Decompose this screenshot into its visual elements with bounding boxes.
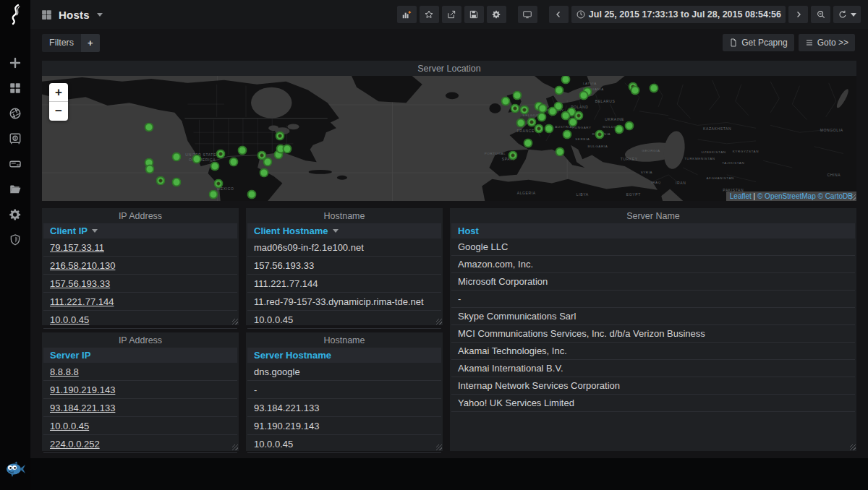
dashboard-picker[interactable]: Hosts <box>41 9 103 21</box>
table-cell-link[interactable]: 8.8.8.8 <box>50 366 79 377</box>
server-location-marker[interactable] <box>156 176 166 185</box>
server-location-map[interactable]: UNITED STATESOF AMERICAMEXICOBELARUSPOLA… <box>42 76 856 201</box>
time-range-picker[interactable]: Jul 25, 2015 17:33:13 to Jul 28, 2015 08… <box>571 6 786 23</box>
panel-resize-handle[interactable] <box>850 444 856 450</box>
server-location-marker[interactable] <box>229 158 238 167</box>
server-location-marker[interactable] <box>630 85 639 95</box>
app-logo[interactable] <box>0 0 30 29</box>
table-cell-link[interactable]: 216.58.210.130 <box>50 260 115 271</box>
server-location-marker[interactable] <box>556 147 565 156</box>
osm-link[interactable]: © OpenStreetMap <box>757 192 816 200</box>
column-label: Server IP <box>50 350 90 361</box>
folder-icon[interactable] <box>9 183 22 196</box>
server-location-marker[interactable] <box>534 124 543 134</box>
table-cell-link[interactable]: 111.221.77.144 <box>50 296 114 307</box>
server-location-marker[interactable] <box>216 149 225 158</box>
table-column-header[interactable]: Server IP <box>43 348 237 363</box>
table-column-header[interactable]: Client IP <box>43 223 237 238</box>
save-button[interactable] <box>464 6 484 23</box>
table-cell-link[interactable]: 224.0.0.252 <box>50 439 100 450</box>
table-cell-link[interactable]: 79.157.33.11 <box>50 242 104 253</box>
server-location-marker[interactable] <box>208 190 218 199</box>
sort-caret-icon <box>92 229 98 233</box>
server-location-marker[interactable] <box>283 144 292 153</box>
refresh-dropdown-caret-icon[interactable] <box>851 13 856 17</box>
server-location-marker[interactable] <box>145 165 155 174</box>
goto-button[interactable]: Goto >> <box>799 34 855 51</box>
server-location-marker[interactable] <box>579 91 589 100</box>
table-column-header[interactable]: Client Hostname <box>247 223 441 238</box>
cycle-view-button[interactable] <box>518 6 537 23</box>
server-location-marker[interactable] <box>263 158 273 167</box>
panel-resize-handle[interactable] <box>232 319 238 324</box>
vault-icon[interactable] <box>9 132 22 145</box>
server-location-marker[interactable] <box>544 124 553 134</box>
panel-title[interactable]: Hostname <box>246 208 443 223</box>
star-button[interactable] <box>420 6 439 23</box>
drives-icon[interactable] <box>9 158 22 171</box>
refresh-button[interactable] <box>833 6 861 23</box>
server-location-marker[interactable] <box>555 85 564 95</box>
table-cell-link[interactable]: 91.190.219.143 <box>50 384 115 395</box>
server-location-marker[interactable] <box>508 151 517 160</box>
panel-resize-handle[interactable] <box>436 319 442 324</box>
server-location-marker[interactable] <box>510 103 519 113</box>
server-location-marker[interactable] <box>192 155 201 164</box>
server-location-marker[interactable] <box>569 117 578 126</box>
table-cell-link[interactable]: 157.56.193.33 <box>50 278 110 289</box>
shutter-icon[interactable] <box>9 107 22 120</box>
get-pcapng-button[interactable]: Get Pcapng <box>723 34 793 51</box>
server-location-marker[interactable] <box>548 106 558 116</box>
server-location-marker[interactable] <box>213 179 223 188</box>
leaflet-link[interactable]: Leaflet <box>730 192 752 200</box>
server-location-marker[interactable] <box>537 112 546 121</box>
server-location-marker[interactable] <box>276 132 285 141</box>
map-zoom-in-button[interactable]: + <box>49 83 68 102</box>
settings-button[interactable] <box>487 6 506 23</box>
server-location-marker[interactable] <box>595 130 605 139</box>
time-forward-button[interactable] <box>788 6 808 23</box>
dashboards-icon[interactable] <box>9 82 22 95</box>
server-location-marker[interactable] <box>614 125 624 134</box>
settings-icon[interactable] <box>9 208 22 221</box>
carto-link[interactable]: © CartoDB <box>818 192 854 200</box>
panel-title[interactable]: Hostname <box>246 332 443 348</box>
server-location-marker[interactable] <box>519 105 529 114</box>
panel-title[interactable]: Server Location <box>42 61 856 76</box>
zoom-out-time-button[interactable] <box>811 6 830 23</box>
server-location-marker[interactable] <box>624 121 634 131</box>
server-location-marker[interactable] <box>145 123 154 132</box>
panel-title[interactable]: IP Address <box>42 208 239 223</box>
server-location-marker[interactable] <box>523 138 532 147</box>
server-location-marker[interactable] <box>563 130 572 139</box>
add-icon[interactable] <box>9 56 22 69</box>
server-location-marker[interactable] <box>501 97 510 106</box>
shield-icon[interactable] <box>9 233 22 246</box>
server-location-marker[interactable] <box>650 83 659 93</box>
table-cell: - <box>458 293 461 304</box>
table-cell-link[interactable]: 10.0.0.45 <box>50 421 89 431</box>
table-column-header[interactable]: Host <box>451 223 855 238</box>
share-button[interactable] <box>442 6 461 23</box>
panel-title[interactable]: IP Address <box>42 332 239 348</box>
server-location-marker[interactable] <box>516 118 525 127</box>
server-location-marker[interactable] <box>237 145 247 155</box>
panel-title[interactable]: Server Name <box>450 208 856 223</box>
shark-mascot-icon[interactable] <box>4 461 26 481</box>
panel-resize-handle[interactable] <box>436 444 442 450</box>
map-zoom-out-button[interactable]: − <box>49 102 68 121</box>
server-location-marker[interactable] <box>172 177 182 186</box>
panel-resize-handle[interactable] <box>232 444 238 450</box>
server-location-marker[interactable] <box>210 162 219 171</box>
server-location-marker[interactable] <box>260 168 269 177</box>
server-location-marker[interactable] <box>512 91 522 100</box>
server-location-marker[interactable] <box>561 76 571 84</box>
table-cell-link[interactable]: 10.0.0.45 <box>50 314 89 325</box>
table-cell-link[interactable]: 93.184.221.133 <box>50 403 115 413</box>
add-panel-button[interactable] <box>397 6 417 23</box>
table-column-header[interactable]: Server Hostname <box>247 348 441 363</box>
server-location-marker[interactable] <box>172 152 182 162</box>
time-back-button[interactable] <box>549 6 569 23</box>
server-location-marker[interactable] <box>247 190 257 199</box>
add-filter-button[interactable]: + <box>81 34 100 52</box>
